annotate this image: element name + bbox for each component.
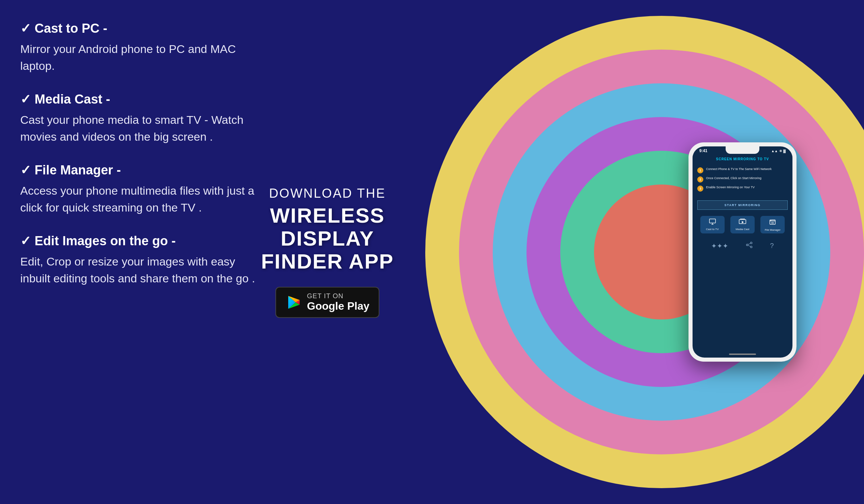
feature-file-manager: ✓ File Manager - Access your phone multi…	[20, 162, 256, 216]
signal-icon: ▲▲	[771, 149, 778, 153]
cast-tv-icon	[709, 219, 716, 226]
feature-cast-pc: ✓ Cast to PC - Mirror your Android phone…	[20, 20, 256, 74]
media-cast-label: Media Cast	[736, 228, 749, 231]
features-section: ✓ Cast to PC - Mirror your Android phone…	[20, 20, 256, 304]
download-cta: Download the Wireless Display Finder App	[256, 186, 398, 318]
google-play-button[interactable]: GET IT ON Google Play	[275, 287, 380, 318]
app-title-line1: Wireless Display	[270, 204, 385, 250]
help-icon[interactable]: ?	[770, 242, 774, 250]
status-icons: ▲▲ ❋ ▓	[771, 149, 786, 153]
svg-point-11	[750, 242, 752, 244]
feature-cast-pc-title: ✓ Cast to PC -	[20, 20, 256, 37]
instruction-num-3: 3	[697, 186, 703, 192]
instruction-num-2: 2	[697, 176, 703, 183]
svg-line-14	[748, 243, 750, 245]
instruction-text-2: Once Connected, Click on Start Mirroring	[706, 176, 761, 180]
feature-edit-images-desc: Edit, Crop or resize your images with ea…	[20, 253, 256, 287]
wifi-icon: ❋	[779, 149, 782, 153]
instruction-2: 2 Once Connected, Click on Start Mirrori…	[697, 176, 788, 183]
feature-media-cast: ✓ Media Cast - Cast your phone media to …	[20, 91, 256, 145]
feature-media-cast-title: ✓ Media Cast -	[20, 91, 256, 108]
file-manager-label: File Manager	[765, 229, 781, 231]
start-mirroring-button[interactable]: START MIRRORING	[697, 200, 788, 210]
svg-rect-4	[709, 219, 716, 223]
bottom-toolbar: ✦✦✦ ?	[693, 237, 792, 253]
instruction-1: 1 Connect Phone & TV to The Same WiFi Ne…	[697, 167, 788, 173]
media-cast-icon-item[interactable]: Media Cast	[730, 216, 755, 233]
phone-mockup: 9:41 ▲▲ ❋ ▓ SCREEN MIRRORING TO TV 1 Con…	[688, 143, 796, 361]
battery-icon: ▓	[783, 149, 786, 153]
instruction-text-1: Connect Phone & TV to The Same WiFi Netw…	[706, 167, 771, 171]
screen-mirroring-title: SCREEN MIRRORING TO TV	[697, 157, 788, 161]
background-circles	[425, 16, 864, 488]
app-header: SCREEN MIRRORING TO TV	[693, 155, 792, 164]
download-label: Download the	[256, 186, 398, 201]
google-play-text: GET IT ON Google Play	[307, 292, 370, 312]
app-title-line2: Finder App	[261, 250, 394, 273]
feature-edit-images: ✓ Edit Images on the go - Edit, Crop or …	[20, 233, 256, 287]
get-it-on-label: GET IT ON	[307, 292, 370, 300]
svg-line-15	[748, 245, 750, 247]
status-time: 9:41	[699, 148, 707, 153]
home-bar	[729, 354, 756, 355]
svg-point-13	[750, 246, 752, 248]
feature-file-manager-desc: Access your phone multimedia files with …	[20, 183, 256, 216]
cast-to-tv-label: Cast to TV	[706, 228, 719, 231]
app-title: Wireless Display Finder App	[256, 204, 398, 273]
phone-screen: 9:41 ▲▲ ❋ ▓ SCREEN MIRRORING TO TV 1 Con…	[693, 146, 792, 358]
phone-outer-frame: 9:41 ▲▲ ❋ ▓ SCREEN MIRRORING TO TV 1 Con…	[688, 143, 796, 361]
media-cast-icon	[739, 219, 746, 226]
file-manager-icon-item[interactable]: File Manager	[760, 216, 785, 233]
instruction-num-1: 1	[697, 167, 703, 173]
google-play-icon	[286, 294, 302, 311]
phone-notch	[725, 146, 759, 154]
instruction-3: 3 Enable Screen Mirroring on Your TV	[697, 185, 788, 192]
instructions-list: 1 Connect Phone & TV to The Same WiFi Ne…	[693, 164, 792, 197]
app-icons-row: Cast to TV Media Cast	[693, 213, 792, 236]
svg-point-12	[746, 244, 748, 246]
sparkle-icon[interactable]: ✦✦✦	[711, 242, 728, 250]
feature-edit-images-title: ✓ Edit Images on the go -	[20, 233, 256, 249]
feature-file-manager-title: ✓ File Manager -	[20, 162, 256, 179]
instruction-text-3: Enable Screen Mirroring on Your TV	[706, 185, 755, 189]
share-icon[interactable]	[745, 242, 753, 250]
google-play-store-name: Google Play	[307, 300, 370, 312]
cast-to-tv-icon-item[interactable]: Cast to TV	[700, 216, 724, 233]
feature-cast-pc-desc: Mirror your Android phone to PC and MAC …	[20, 41, 256, 74]
file-manager-icon	[769, 219, 776, 227]
feature-media-cast-desc: Cast your phone media to smart TV - Watc…	[20, 112, 256, 145]
